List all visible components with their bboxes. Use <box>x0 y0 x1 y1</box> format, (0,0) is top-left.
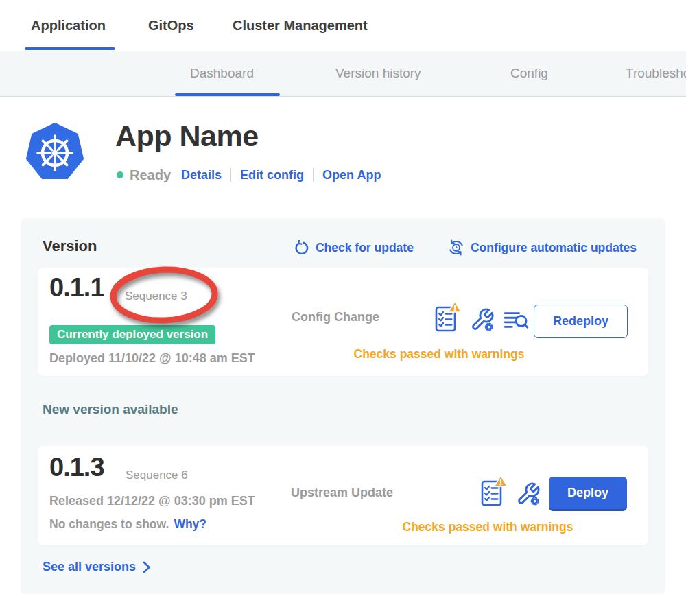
details-link[interactable]: Details <box>181 168 222 182</box>
version-source-label: Upstream Update <box>291 486 393 500</box>
active-subtab-underline <box>175 93 280 96</box>
current-version-actions <box>434 300 529 333</box>
version-card-title: Version <box>43 237 97 255</box>
topnav-tab-gitops[interactable]: GitOps <box>148 0 194 51</box>
clock-refresh-icon <box>448 239 464 256</box>
subnav-tab-config[interactable]: Config <box>510 51 548 97</box>
subnav-tab-troubleshoot[interactable]: Troubleshoot <box>626 51 686 97</box>
file-search-icon[interactable] <box>503 309 529 331</box>
chevron-right-icon <box>143 561 151 573</box>
new-version-number: 0.1.3 <box>49 453 104 482</box>
diff-summary-text: No changes to show. <box>49 517 169 532</box>
divider <box>313 168 314 182</box>
configure-automatic-updates-label: Configure automatic updates <box>471 241 637 255</box>
preflight-checks-status: Checks passed with warnings <box>344 520 632 534</box>
app-status-row: Ready Details Edit config Open App <box>117 166 381 184</box>
version-source-label: Config Change <box>292 310 379 324</box>
current-version-box: 0.1.1 Sequence 3 Currently deployed vers… <box>38 268 648 376</box>
configure-automatic-updates-link[interactable]: Configure automatic updates <box>448 239 637 256</box>
check-for-update-label: Check for update <box>316 241 414 255</box>
topnav-tab-application[interactable]: Application <box>31 0 106 51</box>
why-link[interactable]: Why? <box>174 517 206 532</box>
see-all-versions-link[interactable]: See all versions <box>43 560 151 574</box>
new-version-actions <box>480 475 541 508</box>
preflight-checklist-icon[interactable] <box>434 300 462 333</box>
new-sequence-label: Sequence 6 <box>126 469 188 482</box>
top-navigation: Application GitOps Cluster Management <box>0 0 686 51</box>
deployed-timestamp: Deployed 11/10/22 @ 10:48 am EST <box>49 351 255 366</box>
active-tab-underline <box>25 47 115 50</box>
currently-deployed-badge: Currently deployed version <box>49 325 215 344</box>
subnav-tab-version-history[interactable]: Version history <box>335 51 421 97</box>
app-sub-navigation: Dashboard Version history Config Trouble… <box>0 51 686 97</box>
released-timestamp: Released 12/12/22 @ 03:30 pm EST <box>49 494 255 508</box>
kubernetes-helm-icon <box>24 121 86 184</box>
subnav-tab-dashboard[interactable]: Dashboard <box>190 51 254 97</box>
diff-summary: No changes to show. Why? <box>49 517 206 532</box>
new-version-box: 0.1.3 Sequence 6 Released 12/12/22 @ 03:… <box>38 446 648 545</box>
current-sequence-label: Sequence 3 <box>125 289 187 303</box>
preflight-checks-status: Checks passed with warnings <box>295 347 583 362</box>
see-all-versions-label: See all versions <box>43 560 136 574</box>
preflight-checklist-icon[interactable] <box>480 475 508 508</box>
redeploy-button[interactable]: Redeploy <box>534 305 628 338</box>
deploy-button[interactable]: Deploy <box>549 477 627 511</box>
open-app-link[interactable]: Open App <box>322 168 381 182</box>
topnav-tab-cluster-management[interactable]: Cluster Management <box>233 0 368 51</box>
edit-config-link[interactable]: Edit config <box>240 168 304 182</box>
check-for-update-link[interactable]: Check for update <box>294 239 414 256</box>
current-version-number: 0.1.1 <box>49 273 104 303</box>
divider <box>230 168 231 182</box>
new-version-heading: New version available <box>43 402 178 417</box>
refresh-icon <box>294 240 309 256</box>
wrench-gear-icon[interactable] <box>470 307 495 332</box>
status-dot <box>117 171 123 178</box>
status-label: Ready <box>130 167 171 183</box>
version-card: Version Check for update <box>21 218 665 594</box>
page-title-app-name: App Name <box>115 119 259 153</box>
version-card-actions: Check for update Configure automatic upd… <box>294 239 637 256</box>
wrench-gear-icon[interactable] <box>516 482 541 506</box>
